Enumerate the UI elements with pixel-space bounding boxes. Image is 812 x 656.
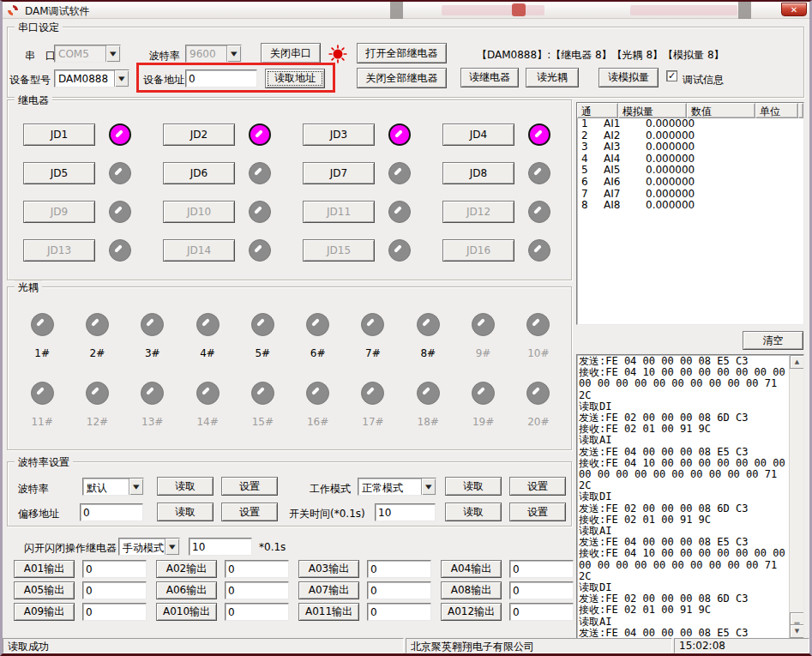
titlebar[interactable]: DAM调试软件 ✕: [3, 2, 809, 19]
output-value-input[interactable]: [367, 603, 431, 621]
column-header[interactable]: 通: [577, 103, 618, 118]
output-button[interactable]: A012输出: [441, 603, 502, 621]
output-button[interactable]: A07输出: [298, 581, 359, 599]
close-serial-button[interactable]: 关闭串口: [261, 43, 321, 63]
opto-led-indicator: [361, 382, 384, 405]
relay-button[interactable]: JD4: [442, 123, 514, 146]
table-row[interactable]: 5 AI5 0.000000: [577, 165, 803, 177]
output-button[interactable]: A06输出: [156, 581, 217, 599]
output-value-input[interactable]: [225, 581, 289, 599]
chevron-down-icon[interactable]: ▼: [421, 478, 436, 495]
value-cell: 0.000000: [638, 177, 707, 189]
model-select[interactable]: DAM0888 ▼: [54, 69, 129, 87]
relay-button[interactable]: JD16: [442, 239, 514, 262]
clear-log-button[interactable]: 清空: [743, 331, 803, 350]
output-button[interactable]: A01输出: [14, 560, 75, 578]
debug-info-checkbox[interactable]: ✓: [666, 70, 677, 81]
relay-button[interactable]: JD8: [442, 162, 514, 184]
switch-time-input[interactable]: [375, 503, 436, 521]
output-value-input[interactable]: [367, 560, 431, 578]
read-address-button[interactable]: 读取地址: [265, 69, 325, 88]
chevron-down-icon[interactable]: ▼: [226, 45, 241, 62]
opto-led-indicator: [141, 382, 164, 405]
flash-time-input[interactable]: [189, 538, 252, 556]
table-row[interactable]: 8 AI8 0.000000: [577, 200, 803, 212]
read-offset-button[interactable]: 读取: [157, 503, 214, 521]
relay-button[interactable]: JD5: [23, 162, 95, 184]
chevron-down-icon[interactable]: ▼: [105, 45, 120, 62]
log-scrollbar[interactable]: ▲ ≡ ▼: [789, 355, 803, 638]
output-value-input[interactable]: [509, 603, 574, 621]
log-panel[interactable]: 发送:FE 04 00 00 00 08 E5 C3 接收:FE 04 10 0…: [576, 354, 804, 639]
relay-button[interactable]: JD10: [163, 201, 235, 223]
column-header[interactable]: [798, 103, 803, 118]
chevron-down-icon[interactable]: ▼: [114, 70, 129, 87]
output-value-input[interactable]: [367, 581, 431, 599]
opto-led-indicator: [306, 313, 329, 336]
read-work-mode-button[interactable]: 读取: [445, 477, 502, 496]
output-button[interactable]: A011输出: [298, 603, 359, 621]
device-address-input[interactable]: [185, 69, 257, 87]
relay-button[interactable]: JD1: [23, 123, 95, 146]
column-header[interactable]: 单位: [755, 103, 798, 118]
read-switch-time-button[interactable]: 读取: [445, 503, 502, 521]
relay-button[interactable]: JD11: [303, 201, 375, 223]
opto-cell: 11#: [15, 382, 69, 428]
output-value-input[interactable]: [509, 560, 574, 578]
output-button[interactable]: A02输出: [156, 560, 217, 578]
relay-button[interactable]: JD9: [23, 201, 95, 223]
read-opto-button[interactable]: 读光耦: [526, 68, 579, 87]
close-button[interactable]: ✕: [781, 3, 807, 16]
output-cell: A011输出: [298, 603, 441, 621]
set-work-mode-button[interactable]: 设置: [509, 477, 566, 496]
close-all-relays-button[interactable]: 关闭全部继电器: [357, 68, 447, 88]
chevron-down-icon[interactable]: ▼: [129, 478, 143, 495]
relay-button[interactable]: JD12: [442, 201, 514, 223]
column-header[interactable]: 数值: [687, 103, 755, 118]
output-button[interactable]: A05输出: [14, 581, 75, 599]
set-baud-button[interactable]: 设置: [221, 477, 278, 496]
opto-led-indicator: [526, 313, 550, 336]
read-relay-button[interactable]: 读继电器: [460, 68, 519, 87]
output-value-input[interactable]: [82, 603, 147, 621]
scroll-down-button[interactable]: ▼: [790, 624, 804, 638]
table-row[interactable]: 2 AI2 0.000000: [577, 130, 803, 142]
opto-cell: 16#: [291, 382, 346, 428]
table-row[interactable]: 1 AI1 0.000000: [577, 118, 803, 130]
table-row[interactable]: 7 AI7 0.000000: [577, 189, 803, 201]
relay-button[interactable]: JD14: [163, 239, 235, 262]
output-value-input[interactable]: [509, 581, 574, 599]
set-offset-button[interactable]: 设置: [221, 503, 278, 521]
read-baud-button[interactable]: 读取: [157, 477, 214, 496]
output-value-input[interactable]: [82, 581, 147, 599]
relay-button[interactable]: JD3: [303, 123, 375, 146]
read-analog-button[interactable]: 读模拟量: [598, 68, 659, 87]
relay-button[interactable]: JD7: [303, 162, 375, 184]
set-switch-time-button[interactable]: 设置: [509, 503, 566, 521]
output-value-input[interactable]: [82, 560, 147, 578]
table-row[interactable]: 4 AI4 0.000000: [577, 153, 803, 166]
output-button[interactable]: A04输出: [441, 560, 502, 578]
baud-select[interactable]: 9600 ▼: [185, 45, 242, 63]
output-button[interactable]: A08输出: [441, 581, 502, 599]
offset-address-input[interactable]: [80, 503, 143, 521]
output-button[interactable]: A09输出: [14, 603, 75, 621]
relay-button[interactable]: JD13: [23, 239, 95, 262]
output-button[interactable]: A03输出: [298, 560, 359, 578]
open-all-relays-button[interactable]: 打开全部继电器: [357, 43, 447, 63]
flash-mode-select[interactable]: 手动模式 ▼: [118, 538, 180, 556]
output-button[interactable]: A010输出: [156, 603, 217, 621]
chevron-down-icon[interactable]: ▼: [165, 539, 179, 555]
relay-button[interactable]: JD15: [303, 239, 375, 262]
output-value-input[interactable]: [225, 603, 289, 621]
relay-button[interactable]: JD2: [163, 123, 235, 146]
port-select[interactable]: COM5 ▼: [54, 45, 121, 63]
relay-button[interactable]: JD6: [163, 162, 235, 184]
output-value-input[interactable]: [225, 560, 289, 578]
table-row[interactable]: 6 AI6 0.000000: [577, 177, 803, 189]
baudrate-select[interactable]: 默认 ▼: [82, 478, 144, 496]
column-header[interactable]: 模拟量: [618, 103, 687, 118]
scroll-up-button[interactable]: ▲: [790, 355, 804, 369]
table-row[interactable]: 3 AI3 0.000000: [577, 141, 803, 153]
work-mode-select[interactable]: 正常模式 ▼: [358, 478, 436, 496]
